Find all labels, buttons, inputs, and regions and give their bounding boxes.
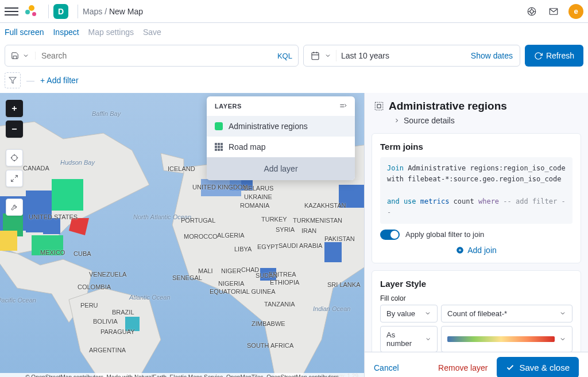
divider: [78, 5, 78, 18]
country-label: NIGERIA: [218, 280, 244, 287]
add-join-button[interactable]: Add join: [380, 246, 572, 255]
svg-rect-14: [52, 179, 83, 211]
country-label: NIGER: [221, 267, 241, 274]
country-label: BRAZIL: [112, 309, 134, 316]
chevron-down-icon: [424, 310, 431, 317]
time-range-label: Last 10 years: [341, 51, 389, 60]
svg-rect-17: [43, 218, 60, 234]
layer-item-admin[interactable]: Administrative regions: [207, 116, 355, 137]
source-details-toggle[interactable]: Source details: [374, 112, 579, 130]
zoom-in-button[interactable]: [6, 100, 23, 117]
gradient-preview: [447, 336, 555, 342]
plus-icon: [456, 246, 464, 254]
map-canvas[interactable]: Baffin Bay Hudson Bay North Atlantic Oce…: [0, 93, 364, 377]
save-close-button[interactable]: Save & close: [497, 357, 579, 377]
country-label: PARAGUAY: [100, 328, 135, 335]
country-label: UNITED KINGDOM: [192, 184, 227, 191]
check-icon: [506, 363, 514, 372]
layer-editor: Administrative regions Source details Te…: [364, 93, 588, 377]
country-label: TURKEY: [261, 216, 287, 223]
country-label: IRAN: [301, 227, 316, 234]
country-label: SOUTH AFRICA: [247, 342, 276, 349]
save-link: Save: [143, 28, 161, 37]
country-label: SUDAN: [256, 272, 278, 279]
country-label: TURKMENISTAN: [293, 217, 342, 224]
collapse-icon[interactable]: [339, 102, 347, 110]
country-label: UNITED STATES: [29, 213, 63, 220]
zoom-out-button[interactable]: [6, 121, 23, 138]
ocean-label: North Atlantic Ocean: [133, 213, 179, 220]
saved-query-icon[interactable]: [11, 52, 19, 60]
space-badge[interactable]: D: [53, 4, 68, 19]
chevron-down-icon[interactable]: [324, 52, 331, 59]
refresh-icon: [534, 52, 543, 60]
svg-rect-7: [312, 53, 319, 60]
country-label: SRI LANKA: [327, 281, 360, 288]
show-dates-link[interactable]: Show dates: [471, 51, 513, 60]
chevron-down-icon[interactable]: [22, 52, 29, 59]
help-icon[interactable]: [525, 5, 539, 18]
svg-marker-19: [69, 218, 89, 235]
add-filter-link[interactable]: + Add filter: [40, 76, 79, 85]
ocean-label: Baffin Bay: [92, 110, 121, 117]
country-label: MEXICO: [40, 249, 65, 256]
mail-icon[interactable]: [547, 5, 560, 18]
search-box[interactable]: KQL: [5, 45, 299, 67]
ocean-label: Pacific Ocean: [0, 297, 32, 304]
divider: [48, 5, 49, 18]
svg-point-1: [530, 10, 533, 13]
layer-item-roadmap[interactable]: Road map: [207, 137, 355, 157]
svg-line-36: [11, 179, 14, 181]
country-label: ARGENTINA: [89, 347, 126, 353]
avatar[interactable]: e: [568, 4, 583, 19]
svg-line-35: [15, 176, 17, 178]
term-joins-panel: Term joins Join Administrative regions:r…: [372, 133, 581, 263]
filter-icon[interactable]: [5, 72, 21, 88]
country-label: ICELAND: [168, 165, 195, 172]
svg-rect-21: [324, 242, 342, 262]
inspect-link[interactable]: Inspect: [53, 28, 79, 37]
fill-color-label: Fill color: [380, 294, 572, 302]
region-icon: [374, 101, 384, 111]
add-layer-button[interactable]: Add layer: [207, 157, 355, 180]
chevron-right-icon: [393, 117, 400, 124]
chevron-down-icon: [425, 336, 431, 343]
fit-bounds-button[interactable]: [6, 170, 23, 187]
country-label: SYRIA: [276, 226, 295, 233]
fill-type-select[interactable]: As number: [380, 326, 438, 352]
remove-layer-button[interactable]: Remove layer: [438, 363, 488, 372]
chevron-down-icon: [559, 336, 566, 343]
full-screen-link[interactable]: Full screen: [5, 28, 44, 37]
country-label: MALI: [198, 267, 213, 274]
fill-field-select[interactable]: Count of filebeat-*: [441, 305, 572, 322]
color-ramp-select[interactable]: [441, 326, 572, 352]
country-label: TANZANIA: [264, 301, 295, 308]
refresh-button[interactable]: Refresh: [525, 45, 583, 67]
country-label: BOLIVIA: [93, 318, 118, 325]
join-code[interactable]: Join Administrative regions:region_iso_c…: [380, 157, 572, 224]
country-label: KAZAKHSTAN: [304, 202, 346, 209]
time-picker[interactable]: Last 10 years Show dates: [303, 45, 520, 67]
search-input[interactable]: [41, 45, 277, 66]
fill-mode-select[interactable]: By value: [380, 305, 438, 322]
tools-button[interactable]: [6, 199, 23, 216]
country-label: VENEZUELA: [89, 271, 126, 278]
layer-swatch: [215, 122, 223, 130]
editor-title: Administrative regions: [389, 100, 507, 112]
country-label: ZIMBABWE: [252, 320, 285, 327]
locate-button[interactable]: [6, 149, 23, 166]
svg-rect-39: [375, 102, 383, 110]
breadcrumb: Maps / New Map: [83, 7, 143, 16]
country-label: ALGERIA: [217, 232, 245, 239]
country-label: PAKISTAN: [324, 235, 355, 242]
kql-badge[interactable]: KQL: [277, 52, 292, 60]
country-label: COLOMBIA: [78, 283, 111, 290]
nav-toggle[interactable]: [5, 5, 18, 18]
cancel-button[interactable]: Cancel: [374, 363, 399, 372]
apply-filter-toggle[interactable]: [380, 230, 400, 240]
map-settings-link: Map settings: [88, 28, 134, 37]
breadcrumb-root[interactable]: Maps: [83, 7, 102, 16]
country-label: BELARUS: [244, 185, 273, 192]
layer-label: Administrative regions: [229, 122, 308, 131]
source-details-label: Source details: [404, 116, 455, 125]
